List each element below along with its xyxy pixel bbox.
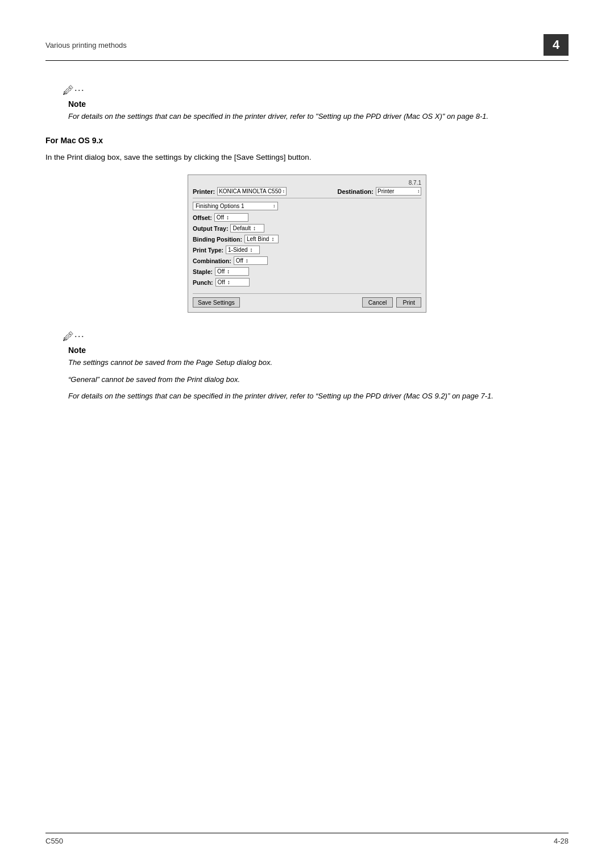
dialog-destination-section: Destination: Printer ↕ — [337, 187, 421, 196]
offset-row: Offset: Off ↕ — [193, 213, 421, 222]
destination-select-text: Printer — [377, 188, 416, 194]
note-text-1: For details on the settings that can be … — [68, 111, 569, 122]
dialog-wrapper: 8.7.1 Printer: KONICA MINOLTA C550 ↕ Des… — [45, 175, 569, 313]
finishing-options-arrow: ↕ — [273, 203, 275, 209]
note-block-1: 🖉⋅⋅⋅ Note For details on the settings th… — [45, 84, 569, 122]
offset-arrow: ↕ — [226, 214, 229, 221]
print-type-select[interactable]: 1-Sided ↕ — [226, 246, 260, 254]
page-header: Various printing methods 4 — [45, 34, 569, 61]
note-icon-1: 🖉⋅⋅⋅ — [63, 84, 569, 97]
combination-select[interactable]: Off ↕ — [234, 256, 268, 265]
destination-select-arrow: ↕ — [417, 189, 420, 194]
section-heading: For Mac OS 9.x — [45, 136, 569, 145]
output-tray-row: Output Tray: Default ↕ — [193, 224, 421, 232]
note-text-2c: For details on the settings that can be … — [68, 391, 569, 402]
binding-position-select[interactable]: Left Bind ↕ — [244, 235, 279, 243]
print-button[interactable]: Print — [396, 297, 421, 308]
offset-select[interactable]: Off ↕ — [214, 213, 248, 222]
note-label-2: Note — [68, 346, 569, 355]
footer-product: C550 — [45, 837, 63, 845]
note-icon-2: 🖉⋅⋅⋅ — [63, 330, 569, 343]
destination-select[interactable]: Printer ↕ — [376, 187, 421, 196]
destination-label: Destination: — [337, 188, 374, 195]
dialog-action-buttons: Cancel Print — [362, 297, 421, 308]
output-tray-value: Default — [233, 225, 251, 231]
dialog-top-row: Printer: KONICA MINOLTA C550 ↕ Destinati… — [193, 187, 421, 198]
finishing-options-text: Finishing Options 1 — [196, 203, 272, 209]
page-footer: C550 4-28 — [45, 833, 569, 845]
dialog-printer-section: Printer: KONICA MINOLTA C550 ↕ — [193, 187, 287, 196]
binding-position-label: Binding Position: — [193, 236, 242, 243]
finishing-options-row: Finishing Options 1 ↕ — [193, 202, 421, 210]
print-type-label: Print Type: — [193, 247, 223, 254]
print-type-row: Print Type: 1-Sided ↕ — [193, 246, 421, 254]
output-tray-label: Output Tray: — [193, 225, 228, 232]
note-block-2: 🖉⋅⋅⋅ Note The settings cannot be saved f… — [45, 330, 569, 402]
dialog-fields: Offset: Off ↕ Output Tray: Default ↕ — [193, 213, 421, 286]
combination-label: Combination: — [193, 258, 231, 264]
finishing-options-select[interactable]: Finishing Options 1 ↕ — [193, 202, 278, 210]
output-tray-select[interactable]: Default ↕ — [230, 224, 264, 232]
header-title: Various printing methods — [45, 41, 127, 49]
punch-arrow: ↕ — [227, 279, 230, 285]
staple-value: Off — [217, 268, 225, 275]
output-tray-arrow: ↕ — [253, 225, 256, 231]
printer-label: Printer: — [193, 188, 215, 195]
dialog-version: 8.7.1 — [193, 180, 421, 186]
body-paragraph: In the Print dialog box, save the settin… — [45, 152, 569, 164]
punch-row: Punch: Off ↕ — [193, 278, 421, 286]
binding-position-row: Binding Position: Left Bind ↕ — [193, 235, 421, 243]
staple-arrow: ↕ — [227, 268, 230, 275]
combination-arrow: ↕ — [246, 258, 248, 264]
cancel-button[interactable]: Cancel — [362, 297, 393, 308]
note-text-2a: The settings cannot be saved from the Pa… — [68, 357, 569, 368]
footer-page: 4-28 — [554, 837, 569, 845]
printer-select-arrow: ↕ — [283, 189, 285, 194]
combination-value: Off — [236, 258, 243, 264]
punch-select[interactable]: Off ↕ — [215, 278, 250, 286]
combination-row: Combination: Off ↕ — [193, 256, 421, 265]
printer-select-text: KONICA MINOLTA C550 — [219, 188, 281, 194]
note-label-1: Note — [68, 99, 569, 109]
chapter-badge: 4 — [544, 34, 569, 56]
staple-select[interactable]: Off ↕ — [215, 267, 249, 276]
staple-label: Staple: — [193, 268, 213, 275]
offset-label: Offset: — [193, 214, 212, 221]
note-text-2b: “General” cannot be saved from the Print… — [68, 374, 569, 385]
print-type-arrow: ↕ — [250, 247, 253, 253]
save-settings-button[interactable]: Save Settings — [193, 297, 240, 308]
printer-select[interactable]: KONICA MINOLTA C550 ↕ — [217, 187, 287, 196]
binding-position-arrow: ↕ — [271, 236, 274, 242]
print-type-value: 1-Sided — [228, 247, 247, 253]
punch-label: Punch: — [193, 279, 213, 286]
punch-value: Off — [218, 279, 225, 285]
print-dialog: 8.7.1 Printer: KONICA MINOLTA C550 ↕ Des… — [188, 175, 426, 313]
offset-value: Off — [217, 214, 224, 221]
dialog-bottom-bar: Save Settings Cancel Print — [193, 293, 421, 308]
binding-position-value: Left Bind — [247, 236, 269, 242]
staple-row: Staple: Off ↕ — [193, 267, 421, 276]
